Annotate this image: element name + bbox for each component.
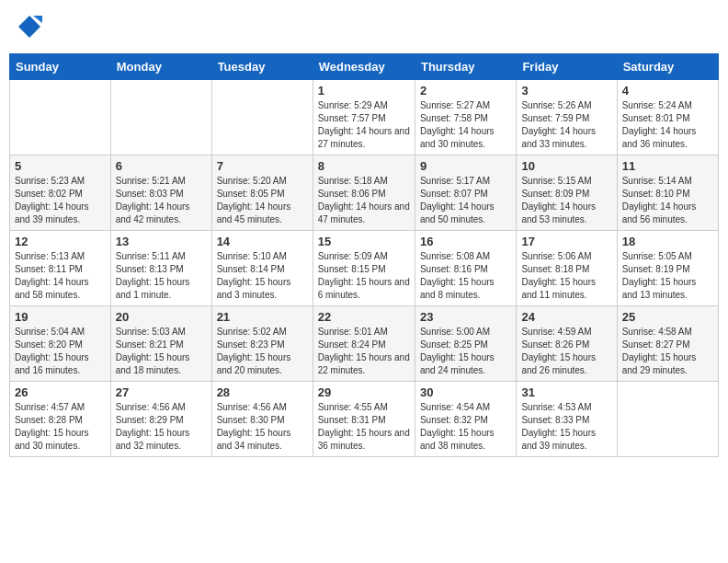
day-number: 9 — [420, 159, 511, 173]
calendar-day-cell: 7Sunrise: 5:20 AM Sunset: 8:05 PM Daylig… — [211, 155, 313, 231]
calendar-day-cell: 16Sunrise: 5:08 AM Sunset: 8:16 PM Dayli… — [415, 231, 516, 306]
calendar-day-cell: 13Sunrise: 5:11 AM Sunset: 8:13 PM Dayli… — [110, 231, 211, 306]
day-of-week-header: Thursday — [415, 54, 516, 80]
day-number: 2 — [420, 84, 511, 98]
day-number: 15 — [318, 235, 410, 248]
calendar-day-cell: 1Sunrise: 5:29 AM Sunset: 7:57 PM Daylig… — [313, 80, 415, 155]
day-content: Sunrise: 4:59 AM Sunset: 8:26 PM Dayligh… — [521, 326, 611, 377]
calendar-day-cell: 3Sunrise: 5:26 AM Sunset: 7:59 PM Daylig… — [517, 80, 617, 155]
day-content: Sunrise: 5:11 AM Sunset: 8:13 PM Dayligh… — [116, 250, 207, 302]
day-number: 24 — [521, 310, 611, 324]
day-content: Sunrise: 5:15 AM Sunset: 8:09 PM Dayligh… — [521, 175, 611, 226]
calendar-day-cell: 20Sunrise: 5:03 AM Sunset: 8:21 PM Dayli… — [110, 306, 211, 382]
day-content: Sunrise: 4:53 AM Sunset: 8:33 PM Dayligh… — [521, 401, 611, 453]
day-content: Sunrise: 5:03 AM Sunset: 8:21 PM Dayligh… — [116, 326, 207, 377]
day-content: Sunrise: 5:23 AM Sunset: 8:02 PM Dayligh… — [15, 175, 106, 226]
day-content: Sunrise: 5:05 AM Sunset: 8:19 PM Dayligh… — [622, 250, 713, 302]
day-content: Sunrise: 5:20 AM Sunset: 8:05 PM Dayligh… — [217, 175, 308, 226]
day-content: Sunrise: 5:13 AM Sunset: 8:11 PM Dayligh… — [15, 250, 106, 302]
day-content: Sunrise: 5:27 AM Sunset: 7:58 PM Dayligh… — [420, 99, 511, 151]
calendar-day-cell: 4Sunrise: 5:24 AM Sunset: 8:01 PM Daylig… — [617, 80, 718, 155]
calendar-day-cell: 2Sunrise: 5:27 AM Sunset: 7:58 PM Daylig… — [415, 80, 516, 155]
day-of-week-header: Sunday — [10, 54, 111, 80]
calendar-empty-cell — [617, 382, 718, 457]
day-number: 12 — [15, 235, 106, 248]
day-number: 11 — [622, 159, 713, 173]
day-content: Sunrise: 4:57 AM Sunset: 8:28 PM Dayligh… — [15, 401, 106, 453]
calendar-day-cell: 26Sunrise: 4:57 AM Sunset: 8:28 PM Dayli… — [10, 382, 111, 457]
day-content: Sunrise: 5:02 AM Sunset: 8:23 PM Dayligh… — [217, 326, 308, 377]
day-number: 6 — [116, 159, 207, 173]
calendar-day-cell: 29Sunrise: 4:55 AM Sunset: 8:31 PM Dayli… — [313, 382, 415, 457]
day-number: 29 — [318, 385, 410, 399]
day-content: Sunrise: 5:04 AM Sunset: 8:20 PM Dayligh… — [15, 326, 106, 377]
day-content: Sunrise: 4:56 AM Sunset: 8:30 PM Dayligh… — [217, 401, 308, 453]
day-content: Sunrise: 5:26 AM Sunset: 7:59 PM Dayligh… — [521, 99, 611, 151]
day-number: 31 — [521, 385, 611, 399]
day-number: 26 — [15, 385, 106, 399]
calendar-day-cell: 28Sunrise: 4:56 AM Sunset: 8:30 PM Dayli… — [211, 382, 313, 457]
day-number: 5 — [15, 159, 106, 173]
day-content: Sunrise: 4:56 AM Sunset: 8:29 PM Dayligh… — [116, 401, 207, 453]
day-of-week-header: Saturday — [617, 54, 718, 80]
calendar-day-cell: 22Sunrise: 5:01 AM Sunset: 8:24 PM Dayli… — [313, 306, 415, 382]
calendar-week-row: 12Sunrise: 5:13 AM Sunset: 8:11 PM Dayli… — [10, 231, 719, 306]
page-header — [9, 9, 719, 44]
day-content: Sunrise: 5:08 AM Sunset: 8:16 PM Dayligh… — [420, 250, 511, 302]
svg-marker-0 — [18, 16, 40, 38]
calendar-day-cell: 5Sunrise: 5:23 AM Sunset: 8:02 PM Daylig… — [10, 155, 111, 231]
day-number: 10 — [521, 159, 611, 173]
calendar-day-cell: 10Sunrise: 5:15 AM Sunset: 8:09 PM Dayli… — [517, 155, 617, 231]
calendar-day-cell: 19Sunrise: 5:04 AM Sunset: 8:20 PM Dayli… — [10, 306, 111, 382]
day-number: 30 — [420, 385, 511, 399]
day-number: 1 — [318, 84, 410, 98]
calendar-day-cell: 11Sunrise: 5:14 AM Sunset: 8:10 PM Dayli… — [617, 155, 718, 231]
day-of-week-header: Monday — [110, 54, 211, 80]
calendar-week-row: 26Sunrise: 4:57 AM Sunset: 8:28 PM Dayli… — [10, 382, 719, 457]
calendar-day-cell: 21Sunrise: 5:02 AM Sunset: 8:23 PM Dayli… — [211, 306, 313, 382]
day-content: Sunrise: 4:58 AM Sunset: 8:27 PM Dayligh… — [622, 326, 713, 377]
day-number: 8 — [318, 159, 410, 173]
day-number: 3 — [521, 84, 611, 98]
calendar-empty-cell — [110, 80, 211, 155]
day-content: Sunrise: 5:09 AM Sunset: 8:15 PM Dayligh… — [318, 250, 410, 302]
day-number: 16 — [420, 235, 511, 248]
calendar-day-cell: 12Sunrise: 5:13 AM Sunset: 8:11 PM Dayli… — [10, 231, 111, 306]
day-number: 21 — [217, 310, 308, 324]
calendar-day-cell: 30Sunrise: 4:54 AM Sunset: 8:32 PM Dayli… — [415, 382, 516, 457]
day-content: Sunrise: 5:24 AM Sunset: 8:01 PM Dayligh… — [622, 99, 713, 151]
day-content: Sunrise: 5:01 AM Sunset: 8:24 PM Dayligh… — [318, 326, 410, 377]
day-number: 27 — [116, 385, 207, 399]
day-content: Sunrise: 5:10 AM Sunset: 8:14 PM Dayligh… — [217, 250, 308, 302]
day-of-week-header: Tuesday — [211, 54, 313, 80]
calendar-day-cell: 18Sunrise: 5:05 AM Sunset: 8:19 PM Dayli… — [617, 231, 718, 306]
logo — [14, 14, 42, 44]
day-number: 14 — [217, 235, 308, 248]
day-number: 13 — [116, 235, 207, 248]
calendar-day-cell: 23Sunrise: 5:00 AM Sunset: 8:25 PM Dayli… — [415, 306, 516, 382]
day-number: 20 — [116, 310, 207, 324]
calendar-day-cell: 24Sunrise: 4:59 AM Sunset: 8:26 PM Dayli… — [517, 306, 617, 382]
day-number: 28 — [217, 385, 308, 399]
day-number: 19 — [15, 310, 106, 324]
day-number: 7 — [217, 159, 308, 173]
calendar-day-cell: 8Sunrise: 5:18 AM Sunset: 8:06 PM Daylig… — [313, 155, 415, 231]
calendar-empty-cell — [10, 80, 111, 155]
calendar-day-cell: 17Sunrise: 5:06 AM Sunset: 8:18 PM Dayli… — [517, 231, 617, 306]
day-content: Sunrise: 5:21 AM Sunset: 8:03 PM Dayligh… — [116, 175, 207, 226]
day-of-week-header: Wednesday — [313, 54, 415, 80]
calendar-day-cell: 25Sunrise: 4:58 AM Sunset: 8:27 PM Dayli… — [617, 306, 718, 382]
calendar-week-row: 1Sunrise: 5:29 AM Sunset: 7:57 PM Daylig… — [10, 80, 719, 155]
calendar-table: SundayMondayTuesdayWednesdayThursdayFrid… — [9, 53, 719, 457]
day-number: 25 — [622, 310, 713, 324]
day-content: Sunrise: 5:17 AM Sunset: 8:07 PM Dayligh… — [420, 175, 511, 226]
day-number: 18 — [622, 235, 713, 248]
calendar-week-row: 19Sunrise: 5:04 AM Sunset: 8:20 PM Dayli… — [10, 306, 719, 382]
day-number: 22 — [318, 310, 410, 324]
day-content: Sunrise: 4:54 AM Sunset: 8:32 PM Dayligh… — [420, 401, 511, 453]
calendar-day-cell: 14Sunrise: 5:10 AM Sunset: 8:14 PM Dayli… — [211, 231, 313, 306]
calendar-header-row: SundayMondayTuesdayWednesdayThursdayFrid… — [10, 54, 719, 80]
day-of-week-header: Friday — [517, 54, 617, 80]
day-content: Sunrise: 4:55 AM Sunset: 8:31 PM Dayligh… — [318, 401, 410, 453]
calendar-day-cell: 6Sunrise: 5:21 AM Sunset: 8:03 PM Daylig… — [110, 155, 211, 231]
